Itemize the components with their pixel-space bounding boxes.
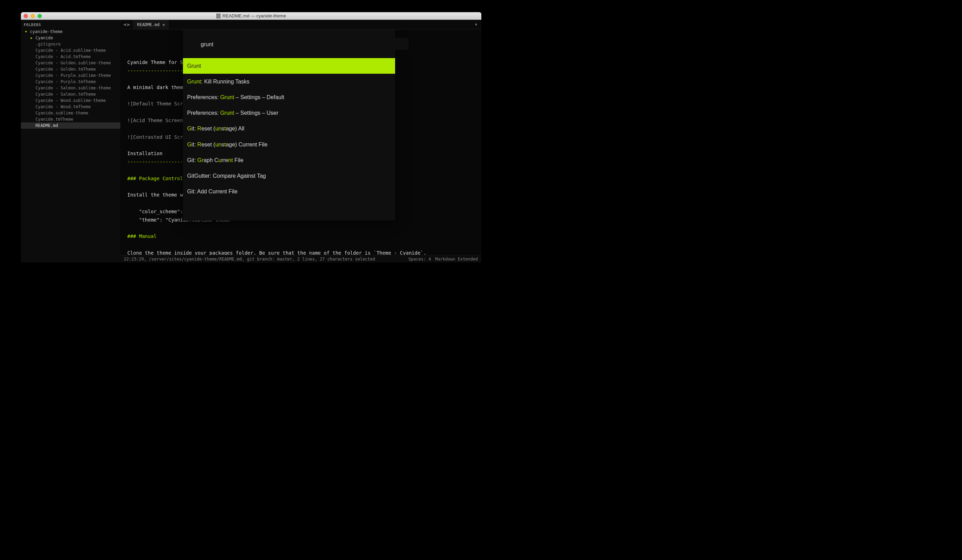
file-name: Cyanide - Purple.tmTheme <box>36 79 96 84</box>
tree-folder[interactable]: ▶Cyanide <box>21 35 120 41</box>
sidebar: FOLDERS ▼cyanide-theme▶Cyanide.gitignore… <box>21 20 120 263</box>
file-name: .gitignore <box>36 42 61 47</box>
file-tree: ▼cyanide-theme▶Cyanide.gitignoreCyanide … <box>21 29 120 129</box>
tree-file[interactable]: Cyanide - Golden.tmTheme <box>21 66 120 73</box>
editor-area[interactable]: GruntGrunt: Kill Running TasksPreference… <box>120 29 481 255</box>
tree-file[interactable]: Cyanide - Wood.tmTheme <box>21 104 120 110</box>
command-palette-item[interactable]: Grunt: Kill Running Tasks <box>183 74 395 89</box>
file-name: Cyanide - Wood.tmTheme <box>36 104 91 109</box>
window-body: FOLDERS ▼cyanide-theme▶Cyanide.gitignore… <box>21 20 481 263</box>
window-title: README.md — cyanide-theme <box>21 13 481 18</box>
tab-prev-icon[interactable]: ◀ <box>123 22 126 27</box>
file-name: Cyanide - Salmon.sublime-theme <box>36 86 111 90</box>
file-name: Cyanide - Salmon.tmTheme <box>36 92 96 97</box>
status-left: 22:23:29, /server/sites/cyanide-theme/RE… <box>124 257 375 261</box>
main-pane: ◀ ▶ README.md ✕ ▼ GruntGrunt: Kill Runni… <box>120 20 481 263</box>
file-name: Cyanide - Golden.tmTheme <box>36 67 96 72</box>
file-name: README.md <box>36 123 58 128</box>
file-name: Cyanide - Acid.tmTheme <box>36 54 91 59</box>
tree-file[interactable]: Cyanide - Acid.tmTheme <box>21 53 120 60</box>
command-palette-item[interactable]: GitGutter: Compare Against Tag <box>183 168 395 184</box>
command-palette-item[interactable]: Git: Graph Current File <box>183 152 395 168</box>
titlebar: README.md — cyanide-theme <box>21 12 481 20</box>
command-palette: GruntGrunt: Kill Running TasksPreference… <box>183 29 395 221</box>
zoom-window-button[interactable] <box>37 14 42 18</box>
minimize-window-button[interactable] <box>31 14 35 18</box>
editor-line: Clone the theme inside your packages fol… <box>127 249 475 255</box>
folder-name: cyanide-theme <box>30 29 63 34</box>
command-palette-item[interactable]: Git: Add Current File <box>183 184 395 199</box>
tree-file[interactable]: Cyanide - Salmon.sublime-theme <box>21 85 120 91</box>
close-icon[interactable]: ✕ <box>162 22 165 27</box>
tree-file[interactable]: Cyanide - Purple.sublime-theme <box>21 73 120 79</box>
tree-file[interactable]: Cyanide.sublime-theme <box>21 110 120 116</box>
tab-nav: ◀ ▶ <box>120 20 133 29</box>
command-palette-input[interactable] <box>197 38 408 50</box>
tree-file[interactable]: README.md <box>21 123 120 129</box>
tabbar: ◀ ▶ README.md ✕ ▼ <box>120 20 481 29</box>
status-spaces[interactable]: Spaces: 4 <box>408 257 431 261</box>
window-title-text: README.md — cyanide-theme <box>223 13 286 18</box>
editor-window: README.md — cyanide-theme FOLDERS ▼cyani… <box>21 12 481 263</box>
tab-overflow-icon[interactable]: ▼ <box>471 20 481 29</box>
document-icon <box>216 14 221 18</box>
tab-label: README.md <box>137 22 160 27</box>
file-name: Cyanide.tmTheme <box>36 117 73 122</box>
traffic-lights <box>24 14 42 18</box>
file-name: Cyanide.sublime-theme <box>36 111 88 116</box>
tree-folder-root[interactable]: ▼cyanide-theme <box>21 29 120 35</box>
command-palette-list: GruntGrunt: Kill Running TasksPreference… <box>183 58 395 204</box>
command-palette-item[interactable]: Git: Log Current File <box>183 199 395 204</box>
tree-file[interactable]: Cyanide - Salmon.tmTheme <box>21 91 120 97</box>
editor-line <box>127 241 475 249</box>
file-name: Cyanide - Wood.sublime-theme <box>36 98 106 103</box>
tree-file[interactable]: Cyanide - Acid.sublime-theme <box>21 47 120 53</box>
command-palette-item[interactable]: Preferences: Grunt – Settings – Default <box>183 89 395 105</box>
folder-name: Cyanide <box>36 36 53 40</box>
command-palette-item[interactable]: Git: Reset (unstage) Current File <box>183 137 395 152</box>
editor-line <box>127 224 475 232</box>
tree-file[interactable]: Cyanide.tmTheme <box>21 116 120 123</box>
file-name: Cyanide - Acid.sublime-theme <box>36 48 106 53</box>
statusbar: 22:23:29, /server/sites/cyanide-theme/RE… <box>120 255 481 263</box>
tab-readme[interactable]: README.md ✕ <box>133 20 169 29</box>
file-name: Cyanide - Purple.sublime-theme <box>36 73 111 78</box>
file-name: Cyanide - Golden.sublime-theme <box>36 61 111 65</box>
tree-file[interactable]: Cyanide - Wood.sublime-theme <box>21 97 120 104</box>
editor-line: ### Manual <box>127 232 475 241</box>
tab-next-icon[interactable]: ▶ <box>127 22 130 27</box>
tree-file[interactable]: Cyanide - Golden.sublime-theme <box>21 60 120 66</box>
close-window-button[interactable] <box>24 14 28 18</box>
command-palette-item[interactable]: Preferences: Grunt – Settings – User <box>183 105 395 121</box>
folders-label: FOLDERS <box>21 21 120 29</box>
command-palette-item[interactable]: Git: Reset (unstage) All <box>183 121 395 136</box>
status-syntax[interactable]: Markdown Extended <box>435 257 478 261</box>
chevron-down-icon: ▼ <box>25 30 28 33</box>
tree-file[interactable]: .gitignore <box>21 41 120 47</box>
tree-file[interactable]: Cyanide - Purple.tmTheme <box>21 79 120 85</box>
chevron-right-icon: ▶ <box>31 36 33 40</box>
command-palette-item[interactable]: Grunt <box>183 58 395 74</box>
